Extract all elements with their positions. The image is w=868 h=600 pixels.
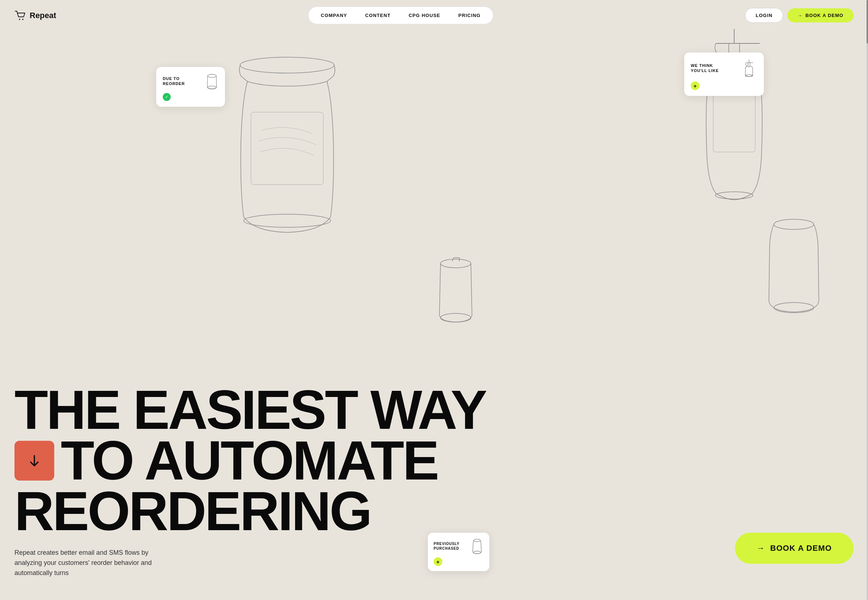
we-think-line1: WE THINK [691,63,719,68]
prev-purchased-plus-button[interactable]: + [434,557,442,566]
svg-point-13 [746,74,753,76]
svg-point-15 [473,551,481,554]
svg-point-7 [440,259,471,268]
svg-rect-4 [251,112,323,185]
card-pump-icon [741,58,757,78]
product-jar [226,29,349,239]
book-demo-nav-button[interactable]: → BOOK A DEMO [787,8,854,23]
navbar: Repeat COMPANY CONTENT CPG HOUSE PRICING… [0,0,868,31]
product-can [434,253,477,326]
card-can-icon [206,73,218,89]
headline-line3: REORDERING [14,486,854,537]
card-we-think: WE THINK YOU'LL LIKE + [684,53,764,96]
jar-svg [226,29,349,239]
we-think-plus-button[interactable]: + [691,82,699,90]
card-previously-purchased: PREVIOUSLY PURCHASED + [428,533,489,571]
demo-nav-arrow: → [797,13,803,18]
hero-subtitle: Repeat creates better email and SMS flow… [14,548,166,578]
nav-link-pricing[interactable]: PRICING [450,10,488,21]
svg-point-10 [774,303,814,313]
brand-name: Repeat [30,11,56,20]
card-we-think-row: WE THINK YOU'LL LIKE [691,58,757,78]
card-due-to-reorder-action: ✓ [163,93,218,101]
hero-section: DUE TO REORDER ✓ WE THINK YOU'LL LIKE [0,0,868,600]
nav-link-company[interactable]: COMPANY [313,10,355,21]
svg-point-5 [715,192,753,199]
nav-right: LOGIN → BOOK A DEMO [745,8,854,23]
check-icon: ✓ [163,93,171,101]
can-svg [434,253,477,326]
nav-link-cpghouse[interactable]: CPG HOUSE [401,10,448,21]
svg-point-3 [244,214,331,227]
headline-line2-row: TO AUTOMATE [14,435,854,486]
svg-point-8 [440,314,471,322]
svg-rect-6 [713,94,755,152]
logo-link[interactable]: Repeat [14,11,56,21]
login-button[interactable]: LOGIN [745,8,783,23]
svg-point-0 [19,18,21,20]
we-think-text: WE THINK YOU'LL LIKE [691,63,719,73]
card-due-to-reorder: DUE TO REORDER ✓ [156,67,225,107]
product-pump [687,22,781,210]
headline-line1: THE EASIEST WAY [14,385,854,435]
nav-link-content[interactable]: CONTENT [357,10,399,21]
svg-point-2 [240,57,334,73]
svg-point-1 [22,18,24,20]
we-think-line2: YOU'LL LIKE [691,68,719,73]
demo-hero-arrow: → [757,544,765,553]
cart-icon [14,11,26,21]
card-due-to-reorder-row: DUE TO REORDER [163,73,218,89]
previously-purchased-label: PREVIOUSLY PURCHASED [434,541,460,551]
down-arrow-icon [27,453,42,468]
due-to-reorder-label: DUE TO REORDER [163,76,185,86]
scroll-down-button[interactable] [14,441,54,480]
pump-svg [687,22,781,210]
demo-nav-label: BOOK A DEMO [805,13,844,18]
nav-links-container: COMPANY CONTENT CPG HOUSE PRICING [308,6,493,24]
scroll-indicator [866,0,868,600]
svg-point-11 [207,74,216,77]
product-bottle-2 [763,217,824,318]
demo-hero-label: BOOK A DEMO [770,544,832,553]
card-prev-purchased-row: PREVIOUSLY PURCHASED [434,538,484,555]
svg-point-9 [774,219,814,229]
card-bottle-icon [470,538,484,555]
svg-point-14 [474,539,480,542]
book-demo-hero-button[interactable]: → BOOK A DEMO [735,533,854,564]
bottle2-svg [763,217,824,318]
